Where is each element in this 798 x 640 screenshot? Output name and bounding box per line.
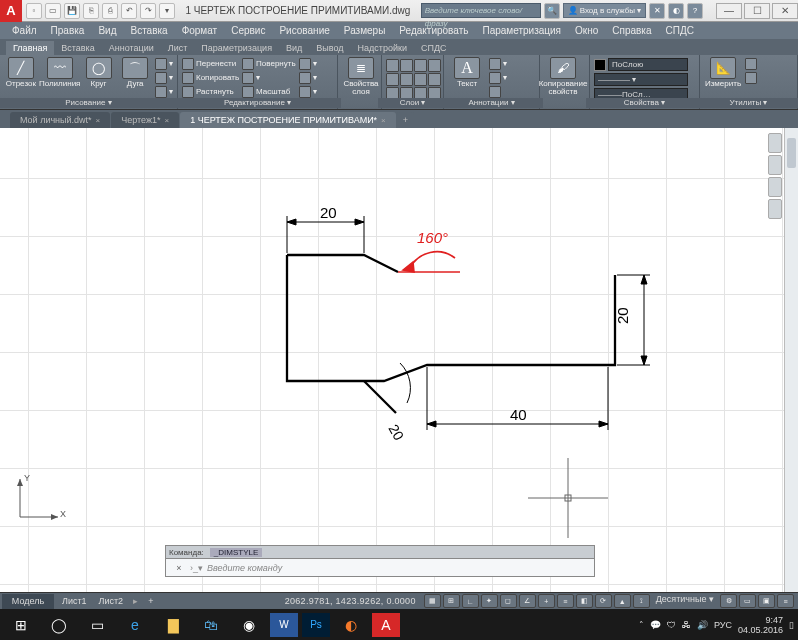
ribbon-tab-sheet[interactable]: Лист: [161, 41, 195, 55]
qat-save-icon[interactable]: 💾: [64, 3, 80, 19]
help-search-input[interactable]: Введите ключевое слово/фразу: [421, 3, 541, 18]
sb-annot-icon[interactable]: ▲: [614, 594, 631, 608]
tool-trim[interactable]: ▾: [299, 57, 317, 70]
tray-volume-icon[interactable]: 🔊: [697, 620, 708, 630]
tb-explorer-icon[interactable]: ▇: [156, 611, 190, 639]
tool-mirror[interactable]: ▾: [242, 71, 296, 84]
qat-new-icon[interactable]: ▫: [26, 3, 42, 19]
tb-store-icon[interactable]: 🛍: [194, 611, 228, 639]
tray-chat-icon[interactable]: 💬: [650, 620, 661, 630]
tool-matchprops[interactable]: 🖌Копирование свойств: [544, 57, 582, 96]
ribbon-tab-insert[interactable]: Вставка: [54, 41, 101, 55]
tool-ellipse[interactable]: ▾: [155, 71, 173, 84]
tool-fillet[interactable]: ▾: [299, 71, 317, 84]
ribbon-tab-home[interactable]: Главная: [6, 41, 54, 55]
ribbon-tab-output[interactable]: Вывод: [309, 41, 350, 55]
tool-move[interactable]: Перенести: [182, 57, 239, 70]
menu-window[interactable]: Окно: [569, 25, 604, 36]
new-tab-button[interactable]: +: [397, 112, 414, 128]
qat-saveas-icon[interactable]: ⎘: [83, 3, 99, 19]
vertical-scrollbar[interactable]: [784, 128, 798, 592]
command-input[interactable]: × ›_▾ Введите команду: [165, 559, 595, 577]
tool-hatch[interactable]: ▾: [155, 85, 173, 98]
tool-dim[interactable]: ▾: [489, 57, 507, 70]
tb-word-icon[interactable]: W: [270, 613, 298, 637]
units-combo[interactable]: Десятичные ▾: [652, 594, 718, 608]
a360-icon[interactable]: ◐: [668, 3, 684, 19]
app-icon[interactable]: A: [0, 0, 22, 22]
signin-button[interactable]: 👤Вход в службы▾: [563, 3, 646, 18]
qat-more-icon[interactable]: ▾: [159, 3, 175, 19]
tool-rotate[interactable]: Повернуть: [242, 57, 296, 70]
tb-autocad-icon[interactable]: A: [372, 613, 400, 637]
doc-tab-0[interactable]: Мой личный.dwt*×: [10, 112, 110, 128]
sb-grid-icon[interactable]: ▦: [424, 594, 441, 608]
tool-util-1[interactable]: [745, 57, 757, 70]
tb-chrome-icon[interactable]: ◉: [232, 611, 266, 639]
tool-util-2[interactable]: [745, 71, 757, 84]
layer-btn-6[interactable]: [400, 73, 413, 86]
layer-btn-8[interactable]: [428, 73, 441, 86]
ribbon-tab-spds[interactable]: СПДС: [414, 41, 454, 55]
color-combo[interactable]: ПоСлою: [608, 58, 688, 71]
tool-array[interactable]: ▾: [299, 85, 317, 98]
layer-btn-5[interactable]: [386, 73, 399, 86]
menu-tools[interactable]: Сервис: [225, 25, 271, 36]
tool-line[interactable]: ╱Отрезок: [4, 57, 38, 88]
menu-edit[interactable]: Правка: [45, 25, 91, 36]
search-icon[interactable]: 🔍: [544, 3, 560, 19]
menu-help[interactable]: Справка: [606, 25, 657, 36]
tray-clock[interactable]: 9:47 04.05.2016: [738, 615, 783, 635]
layout-tab-1[interactable]: Лист1: [56, 596, 93, 606]
color-swatch[interactable]: [594, 59, 606, 71]
nav-pan-icon[interactable]: [768, 155, 782, 175]
doc-tab-2[interactable]: 1 ЧЕРТЕЖ ПОСТРОЕНИЕ ПРИМИТИВАМИ*×: [180, 112, 396, 128]
menu-format[interactable]: Формат: [176, 25, 224, 36]
menu-spds[interactable]: СПДС: [660, 25, 700, 36]
qat-redo-icon[interactable]: ↷: [140, 3, 156, 19]
minimize-button[interactable]: —: [716, 3, 742, 19]
tool-arc[interactable]: ⌒Дуга: [118, 57, 152, 88]
tool-rectangle[interactable]: ▾: [155, 57, 173, 70]
sb-trans-icon[interactable]: ◧: [576, 594, 593, 608]
tool-text[interactable]: AТекст: [448, 57, 486, 88]
tool-scale[interactable]: Масштаб: [242, 85, 296, 98]
lineweight-combo[interactable]: ———— ▾: [594, 73, 688, 86]
cmd-close-icon[interactable]: ×: [172, 563, 186, 573]
command-line[interactable]: Команда: _DIMSTYLE × ›_▾ Введите команду: [165, 545, 595, 579]
menu-file[interactable]: Файл: [6, 25, 43, 36]
layer-btn-4[interactable]: [428, 59, 441, 72]
tray-lang[interactable]: РУС: [714, 620, 732, 630]
layer-btn-1[interactable]: [386, 59, 399, 72]
layer-btn-7[interactable]: [414, 73, 427, 86]
ribbon-tab-parametric[interactable]: Параметризация: [194, 41, 279, 55]
panel-annot-title[interactable]: Аннотации ▾: [440, 98, 543, 108]
layout-tab-2[interactable]: Лист2: [93, 596, 130, 606]
tool-measure[interactable]: 📐Измерить: [704, 57, 742, 88]
sb-custom-icon[interactable]: ≡: [777, 594, 794, 608]
tb-edge-icon[interactable]: e: [118, 611, 152, 639]
tool-copy[interactable]: Копировать: [182, 71, 239, 84]
menu-draw[interactable]: Рисование: [273, 25, 335, 36]
nav-compass-icon[interactable]: [768, 133, 782, 153]
sb-scale-icon[interactable]: ⟟: [633, 594, 650, 608]
sb-snap-icon[interactable]: ⊞: [443, 594, 460, 608]
sb-clean-icon[interactable]: ▣: [758, 594, 775, 608]
menu-parametric[interactable]: Параметризация: [476, 25, 567, 36]
nav-zoom-icon[interactable]: [768, 177, 782, 197]
menu-insert[interactable]: Вставка: [124, 25, 173, 36]
qat-print-icon[interactable]: ⎙: [102, 3, 118, 19]
tool-circle[interactable]: ◯Круг: [82, 57, 116, 88]
sb-osnap-icon[interactable]: ◻: [500, 594, 517, 608]
close-icon[interactable]: ×: [96, 116, 101, 125]
qat-undo-icon[interactable]: ↶: [121, 3, 137, 19]
tray-shield-icon[interactable]: 🛡: [667, 620, 676, 630]
menu-view[interactable]: Вид: [92, 25, 122, 36]
sb-dyn-icon[interactable]: +: [538, 594, 555, 608]
menu-modify[interactable]: Редактировать: [393, 25, 474, 36]
tb-blender-icon[interactable]: ◐: [334, 611, 368, 639]
layout-add[interactable]: +: [142, 596, 159, 606]
sb-polar-icon[interactable]: ✦: [481, 594, 498, 608]
start-button[interactable]: ⊞: [4, 611, 38, 639]
tb-taskview-icon[interactable]: ▭: [80, 611, 114, 639]
